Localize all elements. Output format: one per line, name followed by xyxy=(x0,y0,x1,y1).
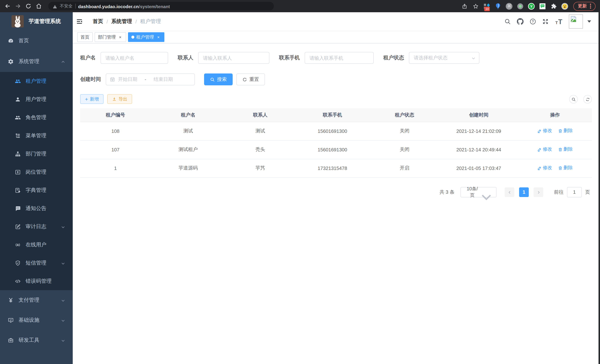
edit-pencil-icon xyxy=(537,166,542,170)
next-page-button[interactable] xyxy=(534,187,543,197)
browser-menu-kebab-icon[interactable] xyxy=(590,4,591,9)
goto-label: 前往 xyxy=(554,189,564,195)
sidebar-item-infra[interactable]: 基础设施 xyxy=(0,310,73,330)
dev-tools-icon xyxy=(8,337,14,343)
sidebar-item-notice[interactable]: 通知公告 xyxy=(0,199,73,217)
sidebar-item-tenant[interactable]: 租户管理 xyxy=(0,72,73,90)
browser-forward-icon[interactable] xyxy=(15,3,21,9)
navbar-actions: ? T T xyxy=(504,14,591,28)
table-row[interactable]: 108 测试 测试 15601691300 关闭 2021-12-14 21:0… xyxy=(80,122,592,140)
svg-text:?: ? xyxy=(532,20,534,23)
add-button[interactable]: + 新增 xyxy=(80,94,103,104)
delete-link[interactable]: 删除 xyxy=(558,165,573,171)
reset-button[interactable]: 重置 xyxy=(236,74,265,85)
extension-command-icon[interactable]: ⌘ xyxy=(506,3,513,9)
goto-page-input[interactable] xyxy=(567,187,582,197)
tab-tenant[interactable]: 租户管理 × xyxy=(128,32,164,42)
notice-message-icon xyxy=(15,205,21,211)
extension-record-icon[interactable] xyxy=(517,3,524,9)
breadcrumb-system[interactable]: 系统管理 xyxy=(111,18,132,25)
edit-link[interactable]: 修改 xyxy=(537,165,552,171)
sidebar-item-home[interactable]: 首页 xyxy=(0,30,73,51)
plus-icon: + xyxy=(85,96,88,102)
table-row[interactable]: 1 芋道源码 芋艿 17321315478 开启 2021-01-05 17:0… xyxy=(80,159,592,177)
table-row[interactable]: 107 测试租户 秃头 15601691300 关闭 2021-12-14 20… xyxy=(80,140,592,159)
contact-name-input[interactable] xyxy=(198,52,269,64)
breadcrumb-home[interactable]: 首页 xyxy=(93,18,103,25)
sidebar-item-user[interactable]: 用户管理 xyxy=(0,90,73,108)
sidebar-logo[interactable]: 芋道管理系统 xyxy=(0,12,73,30)
delete-link[interactable]: 删除 xyxy=(558,146,573,153)
fullscreen-icon[interactable] xyxy=(542,18,549,25)
browser-reload-icon[interactable] xyxy=(25,3,32,9)
cell-contact-name: 秃头 xyxy=(225,140,295,159)
sidebar-item-audit-log[interactable]: 审计日志 xyxy=(0,217,73,236)
tenant-name-input[interactable] xyxy=(101,52,168,64)
close-icon[interactable]: × xyxy=(118,35,123,40)
tab-dept[interactable]: 部门管理 × xyxy=(95,32,126,42)
font-size-icon[interactable]: T T xyxy=(555,18,563,25)
sidebar-item-system[interactable]: 系统管理 xyxy=(0,51,73,72)
svg-text:Y: Y xyxy=(530,4,533,8)
search-button[interactable]: 搜索 xyxy=(204,74,233,85)
close-icon[interactable]: × xyxy=(156,35,161,40)
avatar-dropdown-caret-icon[interactable] xyxy=(587,20,591,23)
page-size-label: 10条/页 xyxy=(465,186,479,198)
edit-link[interactable]: 修改 xyxy=(537,128,552,134)
edit-link[interactable]: 修改 xyxy=(537,146,552,153)
post-badge-icon xyxy=(15,169,21,175)
create-time-label: 创建时间 xyxy=(80,76,101,83)
sidebar-collapse-icon[interactable] xyxy=(76,18,83,25)
sidebar-item-label: 研发工具 xyxy=(19,337,39,344)
sidebar-item-post[interactable]: 岗位管理 xyxy=(0,163,73,181)
sidebar-item-error-code[interactable]: 错误码管理 xyxy=(0,272,73,290)
sidebar-item-label: 用户管理 xyxy=(26,96,46,103)
header-search-icon[interactable] xyxy=(504,18,511,25)
table-header-row: 租户编号 租户名 联系人 联系手机 租户状态 创建时间 操作 xyxy=(80,108,592,122)
edit-label: 修改 xyxy=(543,146,552,153)
sidebar-item-dev-tools[interactable]: 研发工具 xyxy=(0,330,73,350)
extensions-puzzle-icon[interactable] xyxy=(551,3,557,9)
tenant-status-select[interactable]: 请选择租户状态 xyxy=(409,52,479,64)
extension-y-icon[interactable]: Y xyxy=(528,3,535,9)
profile-avatar-icon[interactable] xyxy=(562,3,568,9)
share-icon[interactable] xyxy=(462,3,468,9)
url-bar[interactable]: 不安全 dashboard.yudao.iocoder.cn/system/te… xyxy=(48,2,274,10)
online-user-icon xyxy=(15,242,21,248)
search-button-label: 搜索 xyxy=(217,76,227,83)
sidebar-item-label: 岗位管理 xyxy=(26,169,46,175)
sidebar-item-menu[interactable]: 菜单管理 xyxy=(0,127,73,145)
browser-home-icon[interactable] xyxy=(36,3,42,9)
tags-view: 首页 部门管理 × 租户管理 × xyxy=(73,31,600,43)
help-icon[interactable]: ? xyxy=(529,18,536,25)
current-page-button[interactable]: 1 xyxy=(519,187,529,197)
filter-tenant-status: 租户状态 请选择租户状态 xyxy=(383,52,479,64)
refresh-table-button[interactable] xyxy=(583,95,592,103)
delete-link[interactable]: 删除 xyxy=(558,128,573,134)
sidebar-item-dict[interactable]: 字典管理 xyxy=(0,181,73,199)
sidebar-item-role[interactable]: 角色管理 xyxy=(0,108,73,127)
extension-grid-icon[interactable]: 10 xyxy=(484,3,490,9)
create-time-range-picker[interactable]: 开始日期 - 结束日期 xyxy=(106,74,195,85)
user-avatar[interactable] xyxy=(569,14,583,28)
prev-page-button[interactable] xyxy=(505,187,514,197)
browser-update-button[interactable]: 更新 xyxy=(573,2,596,10)
bookmark-star-icon[interactable] xyxy=(473,3,479,9)
extension-chat-icon[interactable] xyxy=(539,3,546,9)
toggle-search-button[interactable] xyxy=(569,95,578,103)
sidebar-item-dept[interactable]: 部门管理 xyxy=(0,145,73,163)
browser-back-icon[interactable] xyxy=(4,3,11,9)
github-icon[interactable] xyxy=(517,18,524,25)
sidebar-item-label: 基础设施 xyxy=(19,317,39,324)
refresh-icon xyxy=(242,77,247,82)
top-navbar: 首页 / 系统管理 / 租户管理 ? T xyxy=(73,12,600,31)
extension-balloon-icon[interactable] xyxy=(495,3,501,9)
sidebar-item-pay[interactable]: 支付管理 xyxy=(0,290,73,310)
sidebar-item-sms[interactable]: 短信管理 xyxy=(0,254,73,272)
tab-home[interactable]: 首页 xyxy=(77,32,93,42)
export-button[interactable]: 导出 xyxy=(107,94,132,104)
contact-mobile-input[interactable] xyxy=(305,52,374,64)
page-size-select[interactable]: 10条/页 xyxy=(460,187,497,197)
sidebar-item-online-user[interactable]: 在线用户 xyxy=(0,236,73,254)
security-label[interactable]: 不安全 xyxy=(60,3,73,9)
